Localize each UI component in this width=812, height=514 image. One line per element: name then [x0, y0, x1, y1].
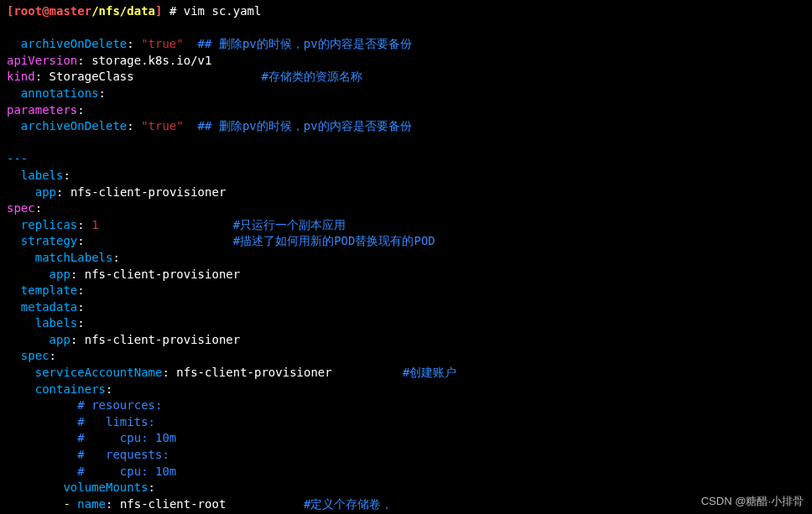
- yaml-value: 1: [91, 218, 98, 231]
- yaml-colon: :: [70, 333, 85, 346]
- prompt-hash: #: [162, 4, 183, 18]
- yaml-key: containers: [35, 382, 106, 396]
- yaml-line: app: nfs-client-provisioner: [7, 332, 805, 349]
- yaml-colon: :: [127, 37, 141, 50]
- yaml-colon: :: [77, 103, 84, 117]
- yaml-line: archiveOnDelete: "true" ## 删除pv的时候，pv的内容…: [7, 36, 805, 53]
- yaml-key: replicas: [21, 218, 77, 231]
- yaml-colon: :: [112, 251, 119, 264]
- yaml-comment: #只运行一个副本应用: [233, 218, 346, 231]
- yaml-colon: :: [77, 316, 84, 330]
- yaml-value: nfs-client-provisioner: [176, 366, 331, 379]
- yaml-value: "true": [141, 37, 184, 50]
- yaml-comment: #存储类的资源名称: [261, 70, 362, 83]
- yaml-line: serviceAccountName: nfs-client-provision…: [7, 365, 805, 382]
- yaml-value: nfs-client-provisioner: [85, 267, 240, 281]
- yaml-colon: :: [106, 382, 112, 396]
- yaml-colon: :: [77, 218, 91, 231]
- yaml-value: storage.k8s.io/v1: [91, 54, 211, 67]
- yaml-line: strategy: #描述了如何用新的POD替换现有的POD: [7, 233, 805, 250]
- yaml-key: archiveOnDelete: [21, 37, 127, 50]
- yaml-key: labels: [35, 316, 78, 330]
- blank-line: [7, 20, 805, 37]
- yaml-colon: :: [63, 169, 70, 182]
- yaml-value: "true": [141, 119, 184, 132]
- yaml-key: app: [49, 267, 70, 281]
- yaml-comment: # limits:: [77, 415, 155, 428]
- yaml-line: # limits:: [7, 414, 805, 431]
- yaml-colon: :: [77, 283, 84, 297]
- yaml-line: # resources:: [7, 397, 805, 414]
- yaml-value: StorageClass: [49, 70, 134, 83]
- yaml-key: template: [21, 283, 77, 297]
- yaml-comment: # cpu: 10m: [77, 431, 176, 444]
- yaml-key: app: [49, 333, 70, 346]
- yaml-line: replicas: 1 #只运行一个副本应用: [7, 217, 805, 234]
- shell-command[interactable]: vim sc.yaml: [184, 4, 262, 18]
- yaml-comment: ## 删除pv的时候，pv的内容是否要备份: [198, 37, 412, 50]
- yaml-colon: :: [56, 185, 70, 199]
- shell-prompt-line: [root@master/nfs/data] # vim sc.yaml: [7, 3, 805, 20]
- yaml-value: nfs-client-root: [120, 497, 226, 511]
- yaml-colon: :: [70, 267, 85, 281]
- yaml-line: template:: [7, 283, 805, 299]
- yaml-key: labels: [21, 169, 64, 182]
- yaml-line: ---: [7, 151, 805, 168]
- yaml-colon: :: [35, 201, 42, 215]
- yaml-line: - name: nfs-client-root #定义个存储卷，: [7, 496, 805, 513]
- yaml-line: matchLabels:: [7, 250, 805, 267]
- yaml-key: archiveOnDelete: [21, 119, 127, 132]
- yaml-colon: :: [35, 70, 49, 83]
- yaml-line: spec:: [7, 348, 805, 365]
- watermark: CSDN @糖醋·小排骨: [701, 494, 804, 509]
- yaml-comment: #创建账户: [403, 366, 456, 379]
- yaml-comment: #定义个存储卷，: [304, 497, 393, 511]
- yaml-line: volumeMounts:: [7, 480, 805, 496]
- yaml-line: app: nfs-client-provisioner: [7, 184, 805, 201]
- yaml-key: volumeMounts: [63, 480, 148, 494]
- terminal-output: [root@master/nfs/data] # vim sc.yaml arc…: [7, 3, 805, 514]
- yaml-line: labels:: [7, 315, 805, 332]
- yaml-list-dash: -: [63, 497, 77, 511]
- yaml-line: app: nfs-client-provisioner: [7, 267, 805, 283]
- yaml-colon: :: [148, 480, 155, 494]
- yaml-key: spec: [7, 201, 35, 215]
- yaml-line: # requests:: [7, 447, 805, 464]
- yaml-line: parameters:: [7, 102, 805, 119]
- yaml-line: apiVersion: storage.k8s.io/v1: [7, 53, 805, 70]
- yaml-colon: :: [127, 119, 141, 132]
- yaml-key: matchLabels: [35, 251, 113, 264]
- yaml-key: apiVersion: [7, 54, 77, 67]
- yaml-colon: :: [49, 349, 56, 362]
- yaml-comment: # requests:: [77, 448, 169, 461]
- yaml-line: [7, 135, 805, 152]
- yaml-line: spec:: [7, 200, 805, 217]
- yaml-line: annotations:: [7, 86, 805, 102]
- yaml-doc-separator: ---: [7, 152, 28, 165]
- yaml-line: metadata:: [7, 299, 805, 316]
- yaml-colon: :: [99, 86, 106, 100]
- yaml-colon: :: [77, 54, 91, 67]
- yaml-comment: ## 删除pv的时候，pv的内容是否要备份: [198, 119, 412, 132]
- prompt-user-host: root@master: [13, 4, 91, 18]
- yaml-key: spec: [21, 349, 49, 362]
- yaml-colon: :: [77, 300, 84, 314]
- yaml-line: containers:: [7, 382, 805, 398]
- yaml-comment: # resources:: [77, 398, 162, 412]
- yaml-colon: :: [106, 497, 120, 511]
- yaml-value: nfs-client-provisioner: [85, 333, 240, 346]
- yaml-key: metadata: [21, 300, 77, 314]
- yaml-comment: #描述了如何用新的POD替换现有的POD: [233, 234, 435, 247]
- yaml-value: nfs-client-provisioner: [70, 185, 226, 199]
- yaml-colon: :: [77, 234, 84, 247]
- yaml-colon: :: [162, 366, 176, 379]
- yaml-key: annotations: [21, 86, 99, 100]
- yaml-comment: # cpu: 10m: [77, 465, 176, 478]
- prompt-path: /nfs/data: [91, 4, 155, 18]
- yaml-key: serviceAccountName: [35, 366, 163, 379]
- yaml-line: archiveOnDelete: "true" ## 删除pv的时候，pv的内容…: [7, 118, 805, 135]
- yaml-line: # cpu: 10m: [7, 464, 805, 480]
- yaml-key: name: [77, 497, 106, 511]
- yaml-key: kind: [7, 70, 35, 83]
- yaml-line: # cpu: 10m: [7, 430, 805, 447]
